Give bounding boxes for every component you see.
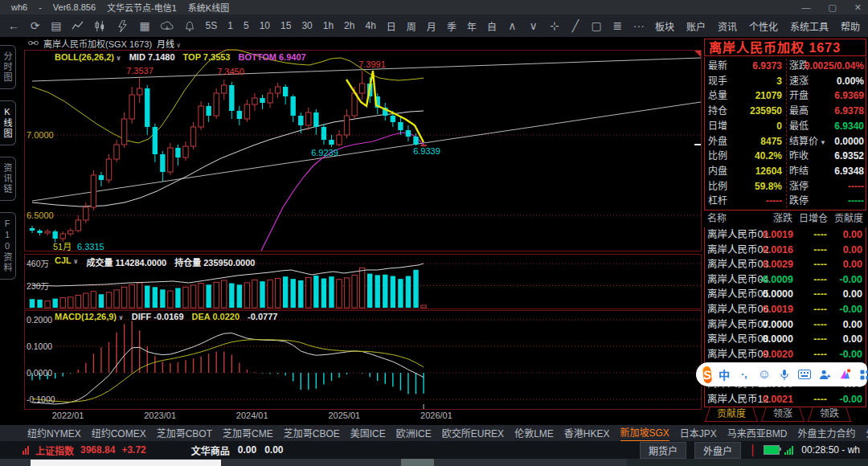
cloud-download-icon[interactable] <box>161 19 174 32</box>
period-button-自[interactable]: 自 <box>487 19 497 33</box>
punctuation-icon[interactable]: ·, <box>738 368 751 381</box>
table-row[interactable]: 离岸人民币030.0029----0.00 <box>705 257 866 272</box>
period-button-5[interactable]: 5 <box>244 20 249 31</box>
exchange-tab-纽约COMEX[interactable]: 纽约COMEX <box>92 425 146 441</box>
period-button-季[interactable]: 季 <box>447 19 457 33</box>
list-icon[interactable]: ≣ <box>612 19 623 32</box>
taskbar-window[interactable] <box>31 460 221 466</box>
sogou-logo-icon[interactable]: S <box>702 366 712 383</box>
period-button-1[interactable]: 1 <box>227 20 233 31</box>
exchange-tab-日本JPX[interactable]: 日本JPX <box>680 425 717 441</box>
more-icon[interactable]: ··· <box>633 19 645 32</box>
menu-item-系统工具[interactable]: 系统工具 <box>790 19 829 33</box>
back-icon[interactable]: ← <box>8 19 19 32</box>
expand-down-icon[interactable]: ∨ <box>528 19 538 32</box>
emoji-icon[interactable]: ☺ <box>758 368 771 381</box>
exchange-tab-外盘主力合约[interactable]: 外盘主力合约 <box>798 425 856 441</box>
candlestick-icon[interactable] <box>94 19 106 32</box>
line-chart-icon[interactable] <box>72 19 84 32</box>
exchange-tab-香港HKEX[interactable]: 香港HKEX <box>564 425 610 441</box>
quote-row-日增: 日增0最低6.9340 <box>705 119 867 134</box>
tab-领涨[interactable]: 领涨 <box>765 407 800 422</box>
table-row[interactable]: 离岸人民币120.0021-----0.00 <box>705 392 866 407</box>
close-icon[interactable]: ✕ <box>854 2 862 13</box>
quote-value: 40.2% <box>755 149 782 164</box>
exchange-tab-纽约NYMEX[interactable]: 纽约NYMEX <box>27 425 81 441</box>
x-axis-label: 2022/01 <box>52 411 84 420</box>
col-change: 涨跌 <box>773 211 792 227</box>
boll-name-dropdown[interactable]: BOLL(26,26,2) ∨ <box>55 52 121 62</box>
sidebar-tab-K线图[interactable]: K线图 <box>0 100 16 145</box>
toolbox-grid-icon[interactable] <box>858 368 868 381</box>
contacts-icon[interactable] <box>818 368 831 381</box>
exchange-tab-伦敦LME[interactable]: 伦敦LME <box>514 425 554 441</box>
exchange-tab-欧交所EUREX[interactable]: 欧交所EUREX <box>442 425 504 441</box>
price-annotation: 7.3537 <box>126 66 154 76</box>
period-button-5S[interactable]: 5S <box>206 20 218 31</box>
table-row[interactable]: 离岸人民币04-0.0009-----0.00 <box>705 272 866 288</box>
refresh-icon[interactable]: ⟳ <box>30 19 40 32</box>
kline-chart-canvas[interactable]: 7.00006.5000460万230万0.20000.10000.0000-0… <box>23 37 703 425</box>
table-row[interactable]: 离岸人民币020.0016----0.00 <box>705 243 866 258</box>
quote-board-icon[interactable]: ▤ <box>51 19 61 32</box>
period-button-30[interactable]: 30 <box>301 20 312 31</box>
cjl-name-dropdown[interactable]: CJL ∨ <box>55 255 79 268</box>
wenhua-index-name[interactable]: 文华商品 <box>191 444 230 457</box>
minimize-icon[interactable]: — <box>801 2 810 12</box>
table-row[interactable]: 离岸人民币050.0000----0.00 <box>705 287 866 302</box>
quote-label: 开盘 <box>789 88 809 104</box>
sidebar-tab-资讯链[interactable]: 资讯链 <box>0 157 16 201</box>
period-button-年[interactable]: 年 <box>467 19 477 33</box>
draw-line-icon[interactable]: ╱ <box>570 19 580 32</box>
rectangle-icon[interactable]: ▢ <box>591 19 601 32</box>
tab-领跌[interactable]: 领跌 <box>812 407 847 422</box>
period-button-月[interactable]: 月 <box>427 19 436 33</box>
menu-item-板块[interactable]: 板块 <box>655 19 674 33</box>
menu-item-资讯[interactable]: 资讯 <box>718 19 737 33</box>
table-row[interactable]: 离岸人民币080.0000----0.00 <box>705 332 866 347</box>
split-lightning-icon[interactable] <box>117 19 129 32</box>
table-row[interactable]: 离岸人民币060.0019-----0.00 <box>705 302 866 317</box>
exchange-tab-新加坡SGX[interactable]: 新加坡SGX <box>620 424 669 442</box>
sse-index-name[interactable]: 上证指数 <box>35 444 74 457</box>
contribution-value: 0.00 <box>843 227 862 243</box>
exchange-tab-马来西亚BMD[interactable]: 马来西亚BMD <box>727 425 788 441</box>
period-button-日[interactable]: 日 <box>387 19 396 33</box>
exchange-tab-欧洲ICE[interactable]: 欧洲ICE <box>396 425 432 441</box>
alarm-bell-icon[interactable] <box>184 19 195 32</box>
maximize-icon[interactable]: ▢ <box>828 2 836 13</box>
menu-item-个性化[interactable]: 个性化 <box>749 19 778 33</box>
desktop-taskbar-strip <box>0 459 868 466</box>
menu-item-账户[interactable]: 账户 <box>686 19 706 33</box>
exchange-tab-美国ICE[interactable]: 美国ICE <box>350 425 386 441</box>
table-row[interactable]: 离岸人民币010.0019----0.00 <box>705 227 866 243</box>
chinese-mode-icon[interactable]: 中 <box>718 368 731 381</box>
chart-window-icon[interactable]: ▦ <box>139 19 149 32</box>
period-button-1h[interactable]: 1h <box>323 20 334 31</box>
exchange-tab-芝加哥CME[interactable]: 芝加哥CME <box>223 425 273 441</box>
menu-item-帮助[interactable]: 帮助 <box>841 19 860 33</box>
quote-label: 最低 <box>789 119 809 134</box>
period-button-周[interactable]: 周 <box>407 19 416 33</box>
period-button-4h[interactable]: 4h <box>365 20 375 31</box>
macd-name-dropdown[interactable]: MACD(12,26,9) ∨ <box>55 312 124 321</box>
exchange-tab-芝加哥CBOE[interactable]: 芝加哥CBOE <box>284 425 340 441</box>
sidebar-tab-分时图[interactable]: 分时图 <box>0 45 16 89</box>
quote-label[interactable]: 结算价▼ <box>789 134 826 150</box>
skin-palette-icon[interactable] <box>838 368 851 381</box>
collapse-up-icon[interactable]: ∧ <box>507 19 518 32</box>
exchange-tab-芝加哥CBOT[interactable]: 芝加哥CBOT <box>157 425 212 441</box>
sidebar-tab-F10资料[interactable]: F10资料 <box>0 212 16 280</box>
futures-account-button[interactable]: 期货户 <box>640 442 686 459</box>
period-button-10[interactable]: 10 <box>260 20 270 31</box>
table-row[interactable]: 离岸人民币070.0000----0.00 <box>705 317 866 333</box>
foreign-account-button[interactable]: 外盘户 <box>694 442 741 459</box>
chart-period-dropdown[interactable]: 月线 ∨ <box>157 37 181 50</box>
table-row[interactable]: 离岸人民币090.0020-----0.00 <box>705 347 866 362</box>
period-button-2h[interactable]: 2h <box>344 20 354 31</box>
insert-pane-icon[interactable]: ⊹ <box>549 19 559 32</box>
period-button-15[interactable]: 15 <box>280 20 291 31</box>
tab-贡献度[interactable]: 贡献度 <box>709 407 754 422</box>
microphone-icon[interactable] <box>778 368 791 381</box>
keyboard-icon[interactable] <box>798 368 811 381</box>
